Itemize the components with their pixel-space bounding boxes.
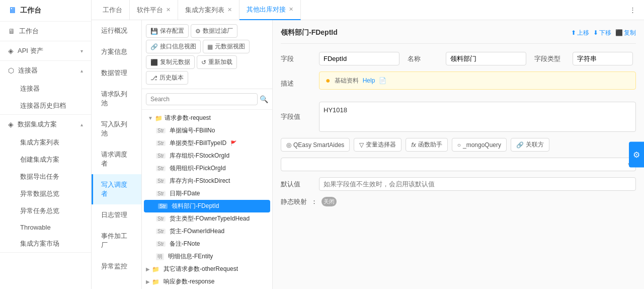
sidebar-logo-text: 工作台 bbox=[20, 6, 41, 15]
type-input[interactable] bbox=[573, 52, 633, 65]
tab-software[interactable]: 软件平台 ✕ bbox=[130, 0, 178, 20]
link-button[interactable]: 🔗 关联方 bbox=[511, 138, 549, 152]
interface-view-button[interactable]: 🔗 接口信息视图 bbox=[146, 40, 201, 53]
sidebar-item-abnormal-task[interactable]: 异常任务总览 bbox=[16, 202, 91, 220]
data-solution-arrow-icon: ▴ bbox=[80, 122, 83, 127]
sidebar-item-solution-list[interactable]: 集成方案列表 bbox=[16, 134, 91, 151]
save-config-button[interactable]: 💾 保存配置 bbox=[146, 24, 189, 38]
qeasy-button[interactable]: ◎ QEasy SmartAides bbox=[281, 138, 350, 152]
link-label: 关联方 bbox=[526, 140, 544, 149]
nav-write-scheduler[interactable]: 写入调度者 bbox=[92, 174, 141, 204]
search-input[interactable] bbox=[146, 93, 258, 105]
desc-help-link[interactable]: Help bbox=[363, 77, 375, 84]
sidebar-item-create-solution[interactable]: 创建集成方案 bbox=[16, 151, 91, 168]
abnormal-data-label: 异常数据总览 bbox=[20, 189, 59, 198]
data-filter-button[interactable]: ⚙ 数据过滤厂 bbox=[191, 24, 237, 38]
settings-gear-button[interactable]: ⚙ bbox=[629, 142, 644, 168]
default-val-row: 默认值 bbox=[281, 177, 636, 191]
sidebar-item-abnormal-data[interactable]: 异常数据总览 bbox=[16, 185, 91, 202]
name-input[interactable] bbox=[446, 52, 526, 65]
throwable-label: Throwable bbox=[20, 224, 51, 231]
default-val-input[interactable] bbox=[319, 177, 636, 191]
tree-item-detail[interactable]: 明 明细信息-FEntity bbox=[142, 250, 272, 263]
history-button[interactable]: ⎇ 历史版本 bbox=[146, 71, 188, 85]
sidebar-item-solution-market[interactable]: 集成方案市场 bbox=[16, 235, 91, 252]
sidebar-item-throwable[interactable]: Throwable bbox=[16, 220, 91, 235]
nav-abnormal-monitor[interactable]: 异常监控 bbox=[92, 256, 141, 277]
desc-label: 描述 bbox=[281, 79, 311, 88]
sidebar-section-connector: ⬡ 连接器 ▴ 连接器 连接器历史归档 bbox=[0, 61, 91, 115]
nav-solution-info[interactable]: 方案信息 bbox=[92, 41, 141, 62]
tab-workbench[interactable]: 工作台 bbox=[96, 0, 130, 20]
copy-meta-button[interactable]: ⬛ 复制元数据 bbox=[146, 55, 195, 69]
nav-request-scheduler[interactable]: 请求调度者 bbox=[92, 144, 141, 174]
select-box[interactable]: ▾ bbox=[281, 158, 636, 171]
nav-request-queue[interactable]: 请求队列池 bbox=[92, 84, 141, 114]
nav-data-mgmt[interactable]: 数据管理 bbox=[92, 62, 141, 84]
copy-button[interactable]: ⬛ 复制 bbox=[615, 29, 636, 37]
sidebar-item-data-solution[interactable]: ◈ 数据集成方案 ▴ bbox=[0, 115, 91, 134]
sidebar-item-connector[interactable]: ⬡ 连接器 ▴ bbox=[0, 61, 91, 80]
tree-item-stock-direct[interactable]: Str 库存方向-FStockDirect bbox=[142, 175, 272, 187]
tab-workbench-label: 工作台 bbox=[103, 6, 122, 15]
move-up-button[interactable]: ⬆ 上移 bbox=[571, 29, 589, 37]
nav-event-factory-label: 事件加工厂 bbox=[101, 232, 127, 249]
meta-view-button[interactable]: ▦ 元数据视图 bbox=[203, 40, 250, 53]
expand-icon-2: ▶ bbox=[146, 266, 150, 272]
move-down-button[interactable]: ⬇ 下移 bbox=[593, 29, 611, 37]
tree-item-owner-id[interactable]: Str 货主-FOwnerIdHead bbox=[142, 225, 272, 238]
nav-event-factory[interactable]: 事件加工厂 bbox=[92, 226, 141, 256]
down-arrow-icon: ⬇ bbox=[593, 29, 598, 36]
static-map-toggle[interactable]: 关闭 bbox=[321, 197, 337, 206]
tab-solution-list[interactable]: 集成方案列表 ✕ bbox=[178, 0, 239, 20]
reload-button[interactable]: ↺ 重新加载 bbox=[197, 55, 237, 69]
sidebar-item-connector-history[interactable]: 连接器历史归档 bbox=[16, 97, 91, 114]
sidebar-item-workbench[interactable]: 🖥 工作台 bbox=[0, 22, 91, 41]
nav-log-mgmt[interactable]: 日志管理 bbox=[92, 204, 141, 226]
field-input[interactable] bbox=[319, 52, 399, 65]
tree-item-stock-org[interactable]: Str 库存组织-FStockOrgId bbox=[142, 150, 272, 162]
toggle-label: 关闭 bbox=[324, 198, 335, 205]
var-selector-button[interactable]: ▽ 变量选择器 bbox=[354, 138, 401, 152]
field-value-box[interactable]: HY1018 bbox=[319, 102, 636, 132]
search-box: 🔍 bbox=[142, 89, 272, 110]
reload-icon: ↺ bbox=[201, 59, 206, 66]
sidebar-section-data-solution: ◈ 数据集成方案 ▴ 集成方案列表 创建集成方案 数据导出任务 异常数据总览 异… bbox=[0, 115, 91, 253]
tree-item-response-label: 响应参数-response bbox=[164, 277, 214, 286]
mongo-button[interactable]: ○ _mongoQuery bbox=[452, 138, 507, 152]
default-val-label: 默认值 bbox=[281, 180, 311, 189]
tree-item-other-request[interactable]: ▶ 📁 其它请求参数-otherRequest bbox=[142, 263, 272, 275]
right-panel-wrapper: 领料部门-FDeptId ⬆ 上移 ⬇ 下移 ⬛ 复制 bbox=[273, 20, 644, 289]
sidebar-item-workbench-label: 工作台 bbox=[19, 27, 39, 36]
tree-item-owner-type[interactable]: Str 货主类型-FOwnerTypeIdHead bbox=[142, 212, 272, 225]
tree-item-other-request-label: 其它请求参数-otherRequest bbox=[164, 265, 238, 273]
api-icon: ◈ bbox=[8, 47, 14, 55]
tree-item-pick-org[interactable]: Str 领用组织-FPickOrgId bbox=[142, 162, 272, 175]
tree-area: ▼ 📁 请求参数-request Str 单据编号-FBillNo Str 单据… bbox=[142, 110, 272, 289]
search-button[interactable]: 🔍 bbox=[260, 95, 268, 103]
tree-item-request-params[interactable]: ▼ 📁 请求参数-request bbox=[142, 112, 272, 124]
tree-item-bill-no[interactable]: Str 单据编号-FBillNo bbox=[142, 124, 272, 137]
tab-software-close[interactable]: ✕ bbox=[166, 7, 171, 13]
tree-item-bill-type[interactable]: Str 单据类型-FBillTypeID 🚩 bbox=[142, 137, 272, 150]
tabs-more-button[interactable]: ⋮ bbox=[625, 6, 640, 14]
tab-solution-list-close[interactable]: ✕ bbox=[227, 7, 232, 13]
tree-item-dept[interactable]: Str 领料部门-FDeptId bbox=[144, 200, 270, 212]
nav-log-mgmt-label: 日志管理 bbox=[101, 211, 127, 219]
func-helper-button[interactable]: fx 函数助手 bbox=[406, 138, 447, 152]
sidebar-item-data-export[interactable]: 数据导出任务 bbox=[16, 168, 91, 185]
abnormal-task-label: 异常任务总览 bbox=[20, 206, 59, 215]
tree-item-note[interactable]: Str 备注-FNote bbox=[142, 238, 272, 250]
sidebar-item-connector-sub[interactable]: 连接器 bbox=[16, 80, 91, 97]
func-helper-icon: fx bbox=[411, 141, 416, 149]
tab-other-db[interactable]: 其他出库对接 ✕ bbox=[239, 0, 301, 20]
sidebar-item-api[interactable]: ◈ API 资产 ▾ bbox=[0, 41, 91, 60]
copy-label: 复制 bbox=[624, 29, 636, 37]
tree-item-date[interactable]: Str 日期-FDate bbox=[142, 187, 272, 200]
toggle-switch[interactable]: 关闭 bbox=[321, 197, 337, 206]
nav-run-overview[interactable]: 运行概况 bbox=[92, 20, 141, 41]
copy-meta-icon: ⬛ bbox=[150, 59, 158, 66]
tree-item-response[interactable]: ▶ 📁 响应参数-response bbox=[142, 275, 272, 288]
tab-other-db-close[interactable]: ✕ bbox=[289, 6, 293, 13]
nav-write-queue[interactable]: 写入队列池 bbox=[92, 114, 141, 144]
